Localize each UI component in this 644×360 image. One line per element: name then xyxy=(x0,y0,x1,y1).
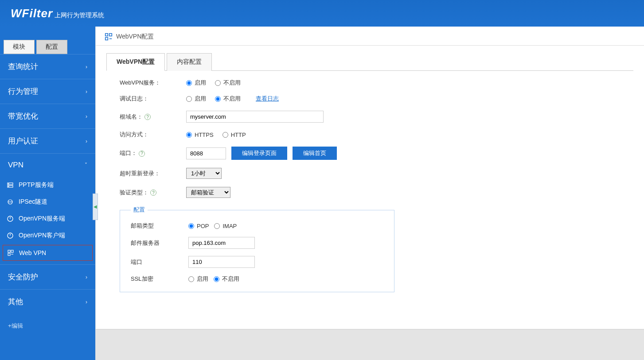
radio-imap[interactable]: IMAP xyxy=(214,223,237,229)
label-access: 访问方式： xyxy=(120,131,186,139)
label-mail-server: 邮件服务器 xyxy=(131,239,188,247)
sidebar-tab-module[interactable]: 模块 xyxy=(4,40,35,54)
radio-debug-enable[interactable]: 启用 xyxy=(186,95,206,103)
label-mail-type: 邮箱类型 xyxy=(131,222,188,230)
label-service: WebVPN服务： xyxy=(120,79,186,87)
tab-content-config[interactable]: 内容配置 xyxy=(167,53,212,71)
label-port: 端口：? xyxy=(120,149,186,157)
sidebar-item-webvpn[interactable]: Web VPN xyxy=(3,245,93,261)
port-input[interactable] xyxy=(186,147,226,159)
sidebar-item-pptp[interactable]: PPTP服务端 xyxy=(0,177,95,194)
radio-ssl-disable[interactable]: 不启用 xyxy=(214,275,239,283)
nav-group-behavior[interactable]: 行为管理 › xyxy=(0,79,95,104)
radio-pop[interactable]: POP xyxy=(188,223,209,229)
breadcrumb: WebVPN配置 xyxy=(96,27,644,46)
chevron-right-icon: › xyxy=(86,299,87,305)
view-log-link[interactable]: 查看日志 xyxy=(256,95,279,103)
mail-config-fieldset: 配置 邮箱类型 POP IMAP 邮件服务器 端口 xyxy=(120,206,394,292)
tunnel-icon xyxy=(6,198,14,206)
svg-point-3 xyxy=(8,186,9,186)
chevron-right-icon: › xyxy=(86,64,87,70)
breadcrumb-title: WebVPN配置 xyxy=(116,33,154,41)
mail-server-input[interactable] xyxy=(188,237,255,249)
nav-group-label: 行为管理 xyxy=(8,86,38,97)
svg-point-2 xyxy=(8,183,9,184)
app-header: WFilter 上网行为管理系统 xyxy=(0,0,644,27)
label-mail-port: 端口 xyxy=(131,258,188,266)
svg-rect-9 xyxy=(8,253,10,255)
svg-rect-12 xyxy=(105,38,108,40)
sidebar-item-openvpn-client[interactable]: OpenVPN客户端 xyxy=(0,227,95,244)
label-debug: 调试日志： xyxy=(120,95,186,103)
webvpn-icon xyxy=(7,249,15,257)
nav-group-bandwidth[interactable]: 带宽优化 › xyxy=(0,104,95,128)
chevron-down-icon: ˅ xyxy=(85,162,87,168)
label-ssl: SSL加密 xyxy=(131,275,188,283)
footer-bar xyxy=(96,329,644,360)
webvpn-icon xyxy=(105,33,113,41)
radio-service-enable[interactable]: 启用 xyxy=(186,79,206,87)
sidebar-item-openvpn-server[interactable]: OpenVPN服务端 xyxy=(0,210,95,227)
main-panel: WebVPN配置 WebVPN配置 内容配置 WebVPN服务： 启用 不启用 … xyxy=(95,27,644,360)
help-icon[interactable]: ? xyxy=(150,190,156,196)
label-auth: 验证类型：? xyxy=(120,189,186,197)
nav-group-label: 安全防护 xyxy=(8,272,38,282)
label-root-domain: 根域名：? xyxy=(120,113,186,121)
svg-rect-8 xyxy=(11,250,13,252)
nav-group-label: 查询统计 xyxy=(8,62,38,72)
sidebar-item-label: Web VPN xyxy=(19,249,46,256)
fieldset-legend: 配置 xyxy=(131,206,148,214)
sidebar-edit-link[interactable]: +编辑 xyxy=(0,314,95,338)
radio-https[interactable]: HTTPS xyxy=(186,132,214,138)
sidebar-item-label: IPSec隧道 xyxy=(19,198,47,206)
tab-webvpn-config[interactable]: WebVPN配置 xyxy=(106,53,165,71)
edit-login-page-button[interactable]: 编辑登录页面 xyxy=(231,147,287,160)
help-icon[interactable]: ? xyxy=(139,151,145,157)
sidebar: 模块 配置 查询统计 › 行为管理 › 带宽优化 › 用户认证 xyxy=(0,27,95,360)
mail-port-input[interactable] xyxy=(188,256,255,268)
nav-group-label: 其他 xyxy=(8,297,23,307)
svg-rect-10 xyxy=(105,34,108,36)
edit-home-page-button[interactable]: 编辑首页 xyxy=(293,147,337,160)
help-icon[interactable]: ? xyxy=(144,114,151,120)
nav-group-label: VPN xyxy=(8,161,23,170)
content-tabs: WebVPN配置 内容配置 xyxy=(106,53,633,71)
auth-type-select[interactable]: 邮箱验证 xyxy=(186,187,230,198)
openvpn-icon xyxy=(6,232,14,240)
brand-name: WFilter xyxy=(11,7,53,20)
sidebar-item-label: PPTP服务端 xyxy=(19,181,54,189)
timeout-select[interactable]: 1小时 xyxy=(186,168,222,179)
radio-ssl-enable[interactable]: 启用 xyxy=(188,275,208,283)
nav-group-other[interactable]: 其他 › xyxy=(0,290,95,314)
chevron-right-icon: › xyxy=(86,138,87,144)
sidebar-item-label: OpenVPN客户端 xyxy=(19,232,65,240)
server-icon xyxy=(6,181,14,189)
sidebar-item-label: OpenVPN服务端 xyxy=(19,215,65,223)
chevron-right-icon: › xyxy=(86,113,87,120)
nav-group-query[interactable]: 查询统计 › xyxy=(0,54,95,79)
radio-service-disable[interactable]: 不启用 xyxy=(215,79,241,87)
svg-rect-7 xyxy=(8,250,10,252)
radio-http[interactable]: HTTP xyxy=(222,132,246,138)
chevron-right-icon: › xyxy=(86,274,87,280)
sidebar-collapse-handle[interactable]: ◀ xyxy=(93,194,98,220)
nav-group-vpn[interactable]: VPN ˅ xyxy=(0,154,95,177)
nav-group-label: 用户认证 xyxy=(8,136,38,146)
root-domain-input[interactable] xyxy=(186,111,324,123)
chevron-right-icon: › xyxy=(86,89,87,95)
sidebar-item-ipsec[interactable]: IPSec隧道 xyxy=(0,194,95,210)
svg-rect-11 xyxy=(109,34,112,36)
nav-group-security[interactable]: 安全防护 › xyxy=(0,265,95,289)
radio-debug-disable[interactable]: 不启用 xyxy=(215,95,241,103)
nav-group-label: 带宽优化 xyxy=(8,111,38,121)
nav-group-auth[interactable]: 用户认证 › xyxy=(0,129,95,153)
label-timeout: 超时重新登录： xyxy=(120,170,186,178)
openvpn-icon xyxy=(6,215,14,223)
sidebar-tab-config[interactable]: 配置 xyxy=(36,40,67,54)
brand-subtitle: 上网行为管理系统 xyxy=(55,12,104,19)
